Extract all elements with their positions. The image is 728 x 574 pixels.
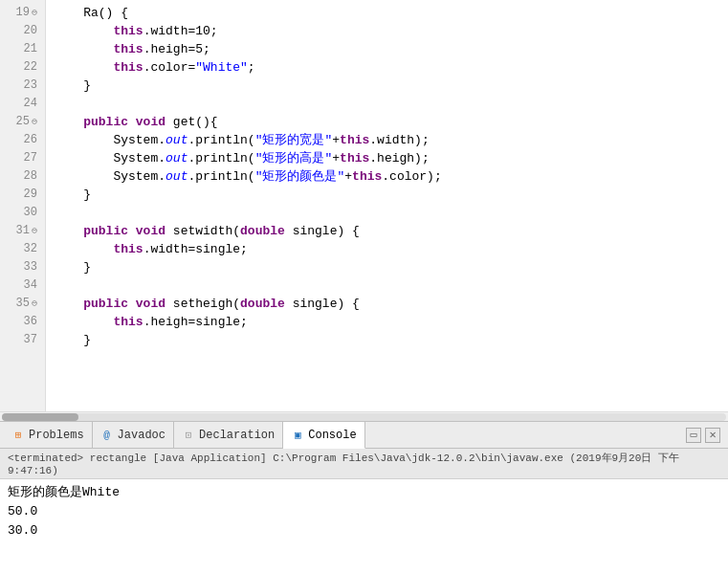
code-line: this.width=single; bbox=[54, 240, 728, 258]
console-line: 50.0 bbox=[8, 502, 720, 521]
code-line: System.out.println("矩形的宽是"+this.width); bbox=[54, 131, 728, 149]
line-number-19: 19⊖ bbox=[0, 4, 45, 22]
console-output: 矩形的颜色是White50.030.0 bbox=[0, 479, 728, 574]
code-editor: 19⊖202122232425⊖262728293031⊖32333435⊖36… bbox=[0, 0, 728, 411]
line-number-26: 26 bbox=[0, 131, 45, 149]
javadoc-icon: @ bbox=[100, 429, 114, 442]
line-number-33: 33 bbox=[0, 258, 45, 276]
code-line: Ra() { bbox=[54, 4, 728, 22]
line-number-35: 35⊖ bbox=[0, 295, 45, 313]
code-line: System.out.println("矩形的高是"+this.heigh); bbox=[54, 149, 728, 167]
code-line bbox=[54, 276, 728, 295]
code-line: this.heigh=5; bbox=[54, 40, 728, 58]
line-number-28: 28 bbox=[0, 167, 45, 186]
console-icon: ▣ bbox=[291, 429, 304, 442]
code-line bbox=[54, 95, 728, 113]
code-content: Ra() { this.width=10; this.heigh=5; this… bbox=[46, 0, 728, 411]
line-number-32: 32 bbox=[0, 240, 45, 258]
code-line: } bbox=[54, 186, 728, 204]
line-number-27: 27 bbox=[0, 149, 45, 167]
tab-declaration-label: Declaration bbox=[199, 429, 275, 442]
console-line: 30.0 bbox=[8, 521, 720, 541]
code-line bbox=[54, 204, 728, 222]
console-line: 矩形的颜色是White bbox=[8, 483, 720, 502]
declaration-icon: ⊡ bbox=[182, 429, 195, 442]
line-number-20: 20 bbox=[0, 22, 45, 40]
code-line: public void setwidth(double single) { bbox=[54, 222, 728, 240]
close-btn[interactable]: ✕ bbox=[705, 428, 720, 443]
line-number-21: 21 bbox=[0, 40, 45, 58]
line-number-34: 34 bbox=[0, 276, 45, 295]
console-header: <terminated> rectangle [Java Application… bbox=[0, 449, 728, 479]
code-line: } bbox=[54, 331, 728, 349]
line-number-22: 22 bbox=[0, 58, 45, 77]
code-line: public void get(){ bbox=[54, 113, 728, 131]
tab-problems[interactable]: ⊞ Problems bbox=[4, 422, 93, 449]
code-line: System.out.println("矩形的颜色是"+this.color); bbox=[54, 167, 728, 186]
tab-console[interactable]: ▣ Console bbox=[283, 422, 364, 449]
line-number-23: 23 bbox=[0, 77, 45, 95]
line-number-30: 30 bbox=[0, 204, 45, 222]
line-number-36: 36 bbox=[0, 313, 45, 331]
tab-console-label: Console bbox=[308, 429, 356, 442]
line-number-37: 37 bbox=[0, 331, 45, 349]
editor-scrollbar[interactable] bbox=[0, 411, 728, 421]
line-number-24: 24 bbox=[0, 95, 45, 113]
line-number-31: 31⊖ bbox=[0, 222, 45, 240]
line-number-29: 29 bbox=[0, 186, 45, 204]
code-line: } bbox=[54, 77, 728, 95]
tabs-bar: ⊞ Problems @ Javadoc ⊡ Declaration ▣ Con… bbox=[0, 422, 728, 449]
line-number-25: 25⊖ bbox=[0, 113, 45, 131]
tab-controls: ▭ ✕ bbox=[686, 428, 724, 443]
code-line: this.heigh=single; bbox=[54, 313, 728, 331]
minimize-btn[interactable]: ▭ bbox=[686, 428, 701, 443]
problems-icon: ⊞ bbox=[11, 429, 25, 442]
code-line: public void setheigh(double single) { bbox=[54, 295, 728, 313]
tab-declaration[interactable]: ⊡ Declaration bbox=[174, 422, 283, 449]
tab-javadoc-label: Javadoc bbox=[118, 429, 165, 442]
bottom-panel: ⊞ Problems @ Javadoc ⊡ Declaration ▣ Con… bbox=[0, 421, 728, 574]
code-line: } bbox=[54, 258, 728, 276]
code-line: this.width=10; bbox=[54, 22, 728, 40]
line-numbers: 19⊖202122232425⊖262728293031⊖32333435⊖36… bbox=[0, 0, 46, 411]
tab-problems-label: Problems bbox=[29, 429, 84, 442]
tab-javadoc[interactable]: @ Javadoc bbox=[93, 422, 174, 449]
code-line: this.color="White"; bbox=[54, 58, 728, 77]
